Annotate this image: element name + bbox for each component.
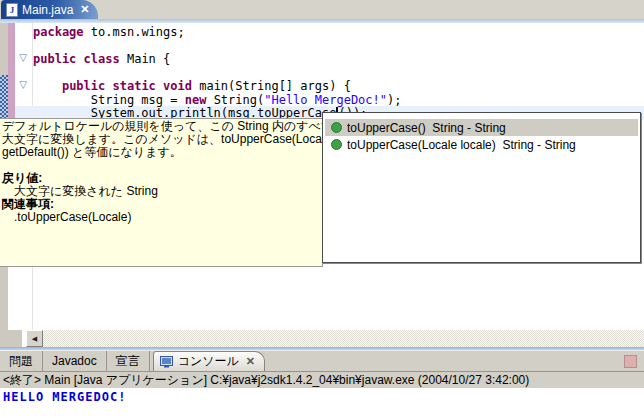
console-output-area[interactable]: HELLO MERGEDOC! [0,388,644,418]
tab-console[interactable]: コンソール ✕ [153,351,265,371]
console-process-header: <終了> Main [Java アプリケーション] C:¥java¥j2sdk1… [0,371,644,388]
javadoc-text: getDefault()) と等価になります。 [2,146,320,159]
content-assist-popup: toUpperCase() String - String toUpperCas… [322,112,641,263]
editor-tab-main-java[interactable]: J Main.java ✕ [1,0,98,19]
keyword-token: package [33,25,84,39]
terminate-icon[interactable] [624,355,637,368]
code-token: String( [206,93,264,107]
code-token: ); [387,93,401,107]
tab-javadoc[interactable]: Javadoc [43,351,107,371]
keyword-token: public static void [62,79,192,93]
quickdiff-ruler [8,23,15,118]
code-token: main(String[] args) { [192,79,351,93]
keyword-token: new [185,93,207,107]
tab-declaration[interactable]: 宣言 [107,351,150,371]
tab-problems[interactable]: 問題 [0,351,43,371]
range-indicator [0,75,8,118]
code-token: Main { [120,52,171,66]
code-token: to.msn.wings; [84,25,185,39]
completion-item-touppercase[interactable]: toUpperCase() String - String [325,119,638,136]
code-line-package: package to.msn.wings; [33,26,644,40]
console-stdout-text: HELLO MERGEDOC! [0,388,644,404]
completion-item-label: toUpperCase(Locale locale) String - Stri… [347,138,576,152]
javadoc-seealso-value: .toUpperCase(Locale) [2,211,320,224]
javadoc-text [2,159,320,172]
tab-console-label: コンソール [178,353,239,370]
horizontal-scrollbar[interactable]: ◀ [0,330,644,347]
fold-open-icon[interactable]: ▽ [17,52,29,64]
console-icon [160,356,173,368]
editor-tabbar: J Main.java ✕ [0,0,644,19]
java-file-icon: J [6,3,18,17]
scroll-left-button[interactable]: ◀ [26,330,43,347]
close-icon[interactable]: ✕ [246,355,255,368]
close-icon[interactable]: ✕ [80,3,89,16]
keyword-token: public class [33,52,120,66]
ruler-corner [0,330,22,347]
public-method-icon [331,122,342,133]
string-literal-token: "Hello MergeDoc!" [264,93,387,107]
public-method-icon [331,139,342,150]
fold-open-icon[interactable]: ▽ [17,79,29,91]
completion-item-label: toUpperCase() String - String [347,121,506,135]
code-line-class: public class Main { [33,53,644,67]
editor-tab-title: Main.java [22,3,73,17]
code-token [33,79,62,93]
code-token: String msg = [33,93,185,107]
scrollbar-track[interactable] [43,330,644,347]
completion-item-touppercase-locale[interactable]: toUpperCase(Locale locale) String - Stri… [325,136,638,153]
javadoc-hover-popup: デフォルトロケールの規則を使って、この String 内のすべて の文字を 大文… [0,118,323,267]
view-tabbar: 問題Javadoc宣言 コンソール ✕ [0,350,644,372]
